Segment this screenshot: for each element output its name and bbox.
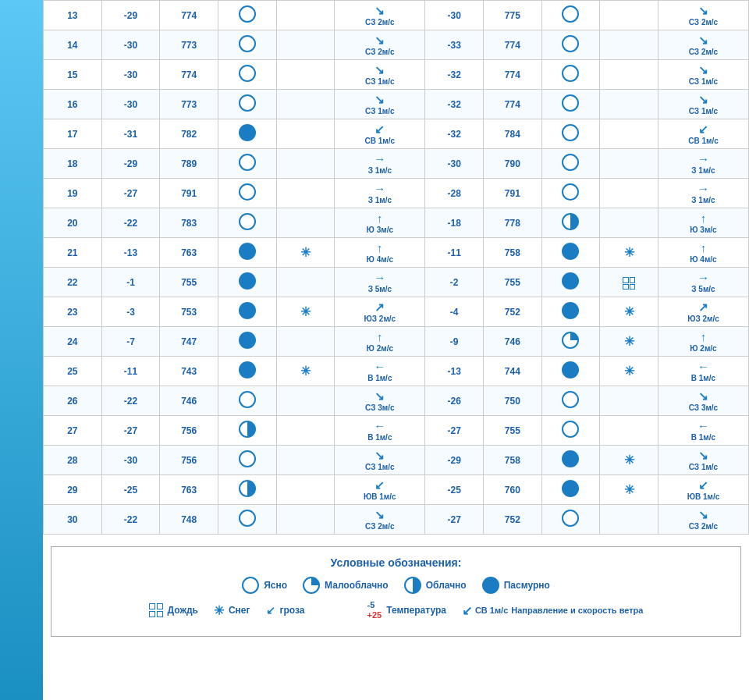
prec2-cell [600, 505, 658, 535]
pressure1-cell: 783 [160, 208, 218, 238]
sky-icon [562, 154, 579, 171]
sky-icon [562, 450, 579, 467]
table-row: 26 -22 746 ↘СЗ 3м/с -26 750 ↘СЗ 3м/с [44, 386, 749, 416]
wind-cell: ↑Ю 2м/с [660, 330, 747, 354]
wind-text: З 5м/с [368, 285, 392, 293]
temp2-cell: -27 [425, 505, 484, 535]
sky-icon [239, 391, 256, 408]
wind-dir-arrow: ↘ [698, 508, 708, 521]
sky1-cell [218, 416, 276, 446]
wind2-cell: ↘СЗ 2м/с [658, 1, 748, 30]
legend-snow: ✳ Снег [214, 603, 250, 618]
prec1-cell [276, 90, 335, 119]
day-cell: 25 [44, 357, 102, 386]
sky-icon [562, 480, 579, 497]
day-cell: 23 [44, 297, 102, 327]
prec1-cell: ✳ [276, 238, 335, 268]
temp2-cell: -9 [425, 327, 484, 357]
temp2-cell: -30 [425, 1, 484, 30]
wind-dir-arrow: → [374, 182, 385, 195]
pressure1-cell: 773 [160, 90, 218, 119]
wind-text: СЗ 2м/с [365, 18, 394, 27]
temp1-cell: -3 [101, 297, 160, 327]
sky-icon [239, 302, 256, 319]
pressure1-cell: 743 [160, 357, 218, 386]
temp1-cell: -30 [101, 90, 160, 119]
table-row: 18 -29 789 →З 1м/с -30 790 →З 1м/с [44, 149, 749, 179]
sky-icon [562, 421, 579, 438]
day-cell: 13 [44, 1, 102, 30]
wind-cell: ←В 1м/с [336, 360, 423, 383]
prec1-cell [276, 179, 335, 208]
sky1-cell [218, 268, 276, 297]
pressure2-cell: 750 [483, 386, 541, 416]
wind-dir-arrow: ↑ [701, 330, 707, 343]
wind-text: ЮЗ 2м/с [364, 314, 396, 323]
sky1-cell [218, 357, 276, 386]
prec2-cell: ✳ [600, 327, 658, 357]
wind-text: СЗ 1м/с [365, 463, 394, 471]
wind-cell: →З 5м/с [660, 271, 747, 294]
pressure2-cell: 752 [483, 505, 541, 535]
sky-icon [239, 65, 256, 82]
sky1-cell [218, 30, 276, 60]
day-cell: 19 [44, 179, 102, 208]
wind2-cell: ←В 1м/с [658, 357, 748, 386]
wind2-cell: ↑Ю 2м/с [658, 327, 748, 357]
pressure1-cell: 782 [160, 119, 218, 149]
sky-icon [562, 361, 579, 378]
legend-thunder: ↙ гроза [266, 604, 305, 616]
sky-icon [239, 35, 256, 52]
sky-icon [239, 94, 256, 112]
sky1-cell [218, 208, 276, 238]
legend-temp: -5 +25 Температура [367, 600, 446, 620]
wind1-cell: ↘СЗ 1м/с [335, 60, 425, 90]
wind1-cell: ←В 1м/с [335, 357, 425, 386]
wind1-cell: ↘СЗ 1м/с [335, 90, 425, 119]
temp2-cell: -4 [425, 297, 484, 327]
wind-text: З 1м/с [368, 196, 392, 204]
sky2-cell [541, 446, 600, 475]
partly-cloudy-icon [303, 577, 320, 594]
temp2-cell: -13 [425, 357, 484, 386]
pressure2-cell: 758 [483, 446, 541, 475]
sky-icon [239, 361, 256, 378]
temp1-cell: -31 [101, 119, 160, 149]
pressure1-cell: 748 [160, 505, 218, 535]
sky2-cell [541, 297, 600, 327]
temp1-cell: -29 [101, 149, 160, 179]
wind-label: Направление и скорость ветра [511, 606, 643, 615]
overcast-label: Пасмурно [504, 580, 550, 591]
sky1-cell [218, 386, 276, 416]
wind1-cell: ↙СВ 1м/с [335, 119, 425, 149]
legend-rain: Дождь [149, 603, 198, 617]
temp2-cell: -30 [425, 149, 484, 179]
wind-text: Ю 2м/с [690, 344, 716, 353]
day-cell: 29 [44, 475, 102, 505]
temp2-cell: -32 [425, 90, 484, 119]
wind-cell: ←В 1м/с [660, 419, 747, 442]
wind-cell: ↘СЗ 1м/с [660, 93, 747, 116]
prec1-cell [276, 149, 335, 179]
table-row: 22 -1 755 →З 5м/с -2 755 →З 5м/с [44, 268, 749, 297]
wind-cell: ↙СВ 1м/с [660, 123, 747, 146]
sky-icon [239, 124, 256, 141]
wind-cell: ↑Ю 3м/с [336, 211, 423, 235]
prec1-cell [276, 416, 335, 446]
legend-cloudy: Облачно [404, 577, 467, 594]
sky2-cell [541, 475, 600, 505]
snow-icon: ✳ [214, 603, 224, 618]
pressure2-cell: 784 [483, 119, 541, 149]
temp1-cell: -22 [101, 505, 160, 535]
pressure2-cell: 778 [483, 208, 541, 238]
wind-text: СЗ 3м/с [689, 403, 718, 412]
wind-dir-arrow: ↙ [374, 478, 385, 492]
prec1-cell [276, 119, 335, 149]
temp2-cell: -26 [425, 386, 484, 416]
wind2-cell: ↙СВ 1м/с [658, 119, 748, 149]
wind-cell: ↗ЮЗ 2м/с [660, 300, 747, 324]
pressure2-cell: 755 [483, 268, 541, 297]
wind-text: СВ 1м/с [688, 137, 719, 145]
wind-dir-arrow: ↑ [701, 211, 707, 225]
day-cell: 28 [44, 446, 102, 475]
